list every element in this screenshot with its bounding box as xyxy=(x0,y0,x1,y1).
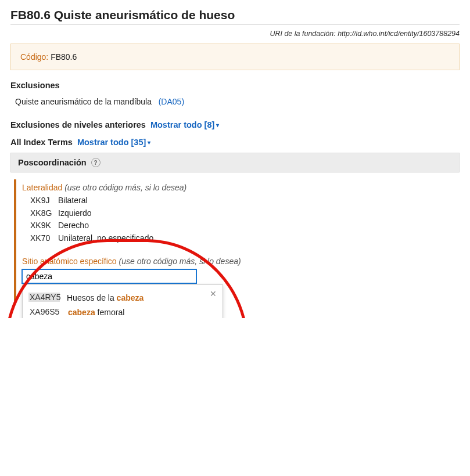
code-value: FB80.6 xyxy=(51,52,77,62)
site-title: Sitio anatómico específico xyxy=(22,257,117,266)
prior-exclusions-heading: Exclusiones de niveles anteriores xyxy=(10,120,146,129)
postcoordination-bar: Poscoordinación ? xyxy=(10,153,460,172)
postcoordination-heading: Poscoordinación xyxy=(18,158,87,167)
help-icon[interactable]: ? xyxy=(91,158,101,167)
laterality-hint: (use otro código más, si lo desea) xyxy=(64,183,186,192)
postcoordination-body: Lateralidad (use otro código más, si lo … xyxy=(14,179,460,301)
laterality-section: Lateralidad (use otro código más, si lo … xyxy=(22,183,460,245)
site-section: Sitio anatómico específico (use otro cód… xyxy=(22,257,460,283)
laterality-items: XK9JBilateralXK8GIzquierdoXK9KDerechoXK7… xyxy=(22,192,460,245)
uri-label: URI de la fundación: xyxy=(270,30,335,38)
dropdown-item-code: XA4RY5 xyxy=(28,293,60,302)
index-terms-heading-row: All Index Terms Mostrar todo [35] xyxy=(10,138,460,147)
prior-exclusions-showall-link[interactable]: Mostrar todo [8] xyxy=(150,120,219,129)
prior-exclusions-heading-row: Exclusiones de niveles anteriores Mostra… xyxy=(10,120,460,129)
dropdown-item[interactable]: XA96S5cabeza femoral xyxy=(28,305,217,318)
exclusion-text: Quiste aneurismático de la mandíbula xyxy=(15,97,152,106)
laterality-label: Unilateral, no especificado xyxy=(58,233,153,243)
dropdown-item-label: cabeza femoral xyxy=(68,307,216,318)
uri-value: http://id.who.int/icd/entity/1603788294 xyxy=(338,30,460,38)
exclusions-heading: Exclusiones xyxy=(10,81,460,90)
code-label: Código: xyxy=(20,52,48,62)
laterality-code: XK9J xyxy=(30,194,58,207)
laterality-item[interactable]: XK8GIzquierdo xyxy=(30,207,460,220)
dropdown-item[interactable]: XA4RY5Huesos de la cabeza xyxy=(28,291,217,305)
close-icon[interactable]: ✕ xyxy=(210,290,217,298)
dropdown-item-label: Huesos de la cabeza xyxy=(67,293,216,304)
site-hint: (use otro código más, si lo desea) xyxy=(119,257,241,266)
site-search-dropdown: ✕ XA4RY5Huesos de la cabezaXA96S5cabeza … xyxy=(22,284,223,318)
laterality-title: Lateralidad xyxy=(22,183,62,192)
laterality-code: XK9K xyxy=(30,219,58,232)
page-title: FB80.6 Quiste aneurismático de hueso xyxy=(10,8,460,25)
site-search-input[interactable] xyxy=(22,269,196,283)
index-terms-showall-link[interactable]: Mostrar todo [35] xyxy=(77,138,150,147)
laterality-label: Izquierdo xyxy=(58,208,92,218)
index-terms-heading: All Index Terms xyxy=(10,138,73,147)
laterality-code: XK70 xyxy=(30,232,58,245)
laterality-item[interactable]: XK9JBilateral xyxy=(30,194,460,207)
laterality-label: Bilateral xyxy=(58,196,88,205)
laterality-item[interactable]: XK70Unilateral, no especificado xyxy=(30,232,460,245)
laterality-label: Derecho xyxy=(58,221,89,230)
dropdown-item-code: XA96S5 xyxy=(30,307,61,316)
code-box: Código: FB80.6 xyxy=(10,44,460,70)
exclusion-link[interactable]: (DA05) xyxy=(159,97,184,106)
exclusion-item: Quiste aneurismático de la mandíbula (DA… xyxy=(10,95,460,112)
laterality-item[interactable]: XK9KDerecho xyxy=(30,219,460,232)
laterality-code: XK8G xyxy=(30,207,58,220)
foundation-uri: URI de la fundación: http://id.who.int/i… xyxy=(10,30,460,38)
